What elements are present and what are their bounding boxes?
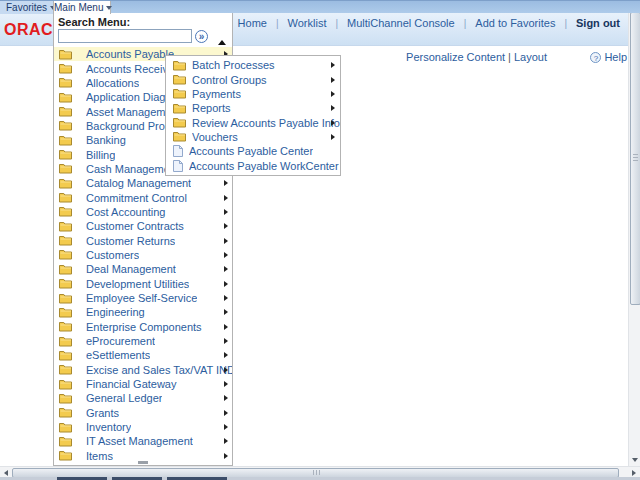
layout-link[interactable]: Layout xyxy=(514,51,547,63)
scroll-down-icon[interactable] xyxy=(629,456,640,464)
menu-item[interactable]: Employee Self-Service xyxy=(54,291,232,305)
scroll-more-indicator xyxy=(138,461,148,464)
search-area: Search Menu: » xyxy=(54,13,232,43)
page-tools-separator: | xyxy=(505,51,514,63)
menu-item[interactable]: eProcurement xyxy=(54,334,232,348)
menu-item-label: Accounts Payable xyxy=(86,48,174,60)
menu-item-label: Development Utilities xyxy=(86,278,189,290)
horizontal-scrollbar[interactable] xyxy=(0,466,640,477)
header-nav: Home | Worklist | MultiChannel Console |… xyxy=(238,17,620,29)
menu-item[interactable]: General Ledger xyxy=(54,391,232,405)
top-tab-bar: Favorites Main Menu xyxy=(0,0,640,13)
menu-item[interactable]: Customers xyxy=(54,248,232,262)
folder-icon xyxy=(59,307,72,318)
help-label: Help xyxy=(604,51,627,63)
menu-item[interactable]: Grants xyxy=(54,406,232,420)
menu-item-label: eProcurement xyxy=(86,335,155,347)
submenu-arrow-icon xyxy=(224,309,228,315)
folder-icon xyxy=(59,120,72,131)
scrollbar-grip xyxy=(633,153,638,161)
submenu-item-label: Vouchers xyxy=(192,131,238,143)
menu-item[interactable]: Financial Gateway xyxy=(54,377,232,391)
nav-link[interactable]: Add to Favorites xyxy=(475,17,555,29)
submenu-arrow-icon xyxy=(331,120,335,126)
nav-separator: | xyxy=(326,18,347,29)
submenu-arrow-icon xyxy=(331,91,335,97)
folder-icon xyxy=(59,379,72,390)
menu-item-label: Grants xyxy=(86,407,119,419)
folder-icon xyxy=(173,103,186,114)
menu-item[interactable]: Cost Accounting xyxy=(54,205,232,219)
menu-item-label: Engineering xyxy=(86,306,145,318)
personalize-content-link[interactable]: Personalize Content xyxy=(406,51,505,63)
submenu-item[interactable]: Reports xyxy=(166,101,340,115)
submenu-arrow-icon xyxy=(224,338,228,344)
submenu-item[interactable]: Vouchers xyxy=(166,130,340,144)
menu-item-label: Financial Gateway xyxy=(86,378,177,390)
menu-item-label: eSettlements xyxy=(86,349,150,361)
folder-icon xyxy=(59,336,72,347)
submenu-item[interactable]: Accounts Payable Center xyxy=(166,144,340,158)
submenu-arrow-icon xyxy=(224,438,228,444)
folder-icon xyxy=(59,106,72,117)
folder-icon xyxy=(59,278,72,289)
menu-item[interactable]: Inventory xyxy=(54,420,232,434)
submenu-arrow-icon xyxy=(224,223,228,229)
scroll-right-icon[interactable] xyxy=(630,468,638,477)
page-icon xyxy=(173,145,183,157)
submenu-arrow-icon xyxy=(224,367,228,373)
menu-item[interactable]: eSettlements xyxy=(54,348,232,362)
nav-link[interactable]: MultiChannel Console xyxy=(347,17,455,29)
menu-item[interactable]: Customer Returns xyxy=(54,233,232,247)
submenu-arrow-icon xyxy=(224,180,228,186)
submenu-arrow-icon xyxy=(224,424,228,430)
menu-item[interactable]: Customer Contracts xyxy=(54,219,232,233)
menu-item-label: Catalog Management xyxy=(86,177,191,189)
menu-item[interactable]: Enterprise Components xyxy=(54,320,232,334)
menu-item-label: Cost Accounting xyxy=(86,206,166,218)
submenu-item[interactable]: Accounts Payable WorkCenter xyxy=(166,158,340,172)
folder-icon xyxy=(59,192,72,203)
menu-item[interactable]: Catalog Management xyxy=(54,176,232,190)
search-submit-button[interactable]: » xyxy=(195,30,208,43)
collapse-menu-icon[interactable] xyxy=(218,40,226,45)
menu-item-label: General Ledger xyxy=(86,392,162,404)
submenu-item[interactable]: Review Accounts Payable Info xyxy=(166,115,340,129)
submenu-item[interactable]: Batch Processes xyxy=(166,58,340,72)
submenu-arrow-icon xyxy=(224,295,228,301)
page-tools: Personalize Content|Layout xyxy=(406,51,547,63)
menu-item[interactable]: Excise and Sales Tax/VAT IND xyxy=(54,363,232,377)
folder-icon xyxy=(173,60,186,71)
chevron-down-icon xyxy=(106,6,112,10)
tab-main-menu-label: Main Menu xyxy=(54,2,103,13)
vertical-scrollbar-thumb[interactable] xyxy=(630,12,640,305)
search-input[interactable] xyxy=(58,29,192,43)
menu-item[interactable]: IT Asset Management xyxy=(54,434,232,448)
menu-item[interactable]: Development Utilities xyxy=(54,277,232,291)
menu-item-label: Items xyxy=(86,450,113,462)
help-link[interactable]: ?Help xyxy=(590,51,627,63)
menu-item-label: Banking xyxy=(86,134,126,146)
submenu-item[interactable]: Payments xyxy=(166,87,340,101)
submenu-arrow-icon xyxy=(224,209,228,215)
nav-link[interactable]: Home xyxy=(238,17,267,29)
submenu-item[interactable]: Control Groups xyxy=(166,72,340,86)
submenu-arrow-icon xyxy=(331,77,335,83)
vertical-scrollbar[interactable] xyxy=(628,0,640,466)
scroll-left-icon[interactable] xyxy=(2,468,10,477)
double-chevron-icon: » xyxy=(199,31,205,42)
nav-separator: | xyxy=(267,18,288,29)
submenu-item-label: Payments xyxy=(192,88,241,100)
nav-link[interactable]: Worklist xyxy=(288,17,327,29)
submenu-item-label: Reports xyxy=(192,102,231,114)
submenu-arrow-icon xyxy=(224,195,228,201)
folder-icon xyxy=(59,364,72,375)
sign-out-link[interactable]: Sign out xyxy=(576,17,620,29)
page-icon xyxy=(173,160,183,172)
menu-item-label: Customer Returns xyxy=(86,235,175,247)
menu-item[interactable]: Commitment Control xyxy=(54,190,232,204)
menu-item[interactable]: Engineering xyxy=(54,305,232,319)
tab-main-menu[interactable]: Main Menu xyxy=(53,1,111,14)
menu-item[interactable]: Deal Management xyxy=(54,262,232,276)
nav-separator: | xyxy=(455,18,476,29)
